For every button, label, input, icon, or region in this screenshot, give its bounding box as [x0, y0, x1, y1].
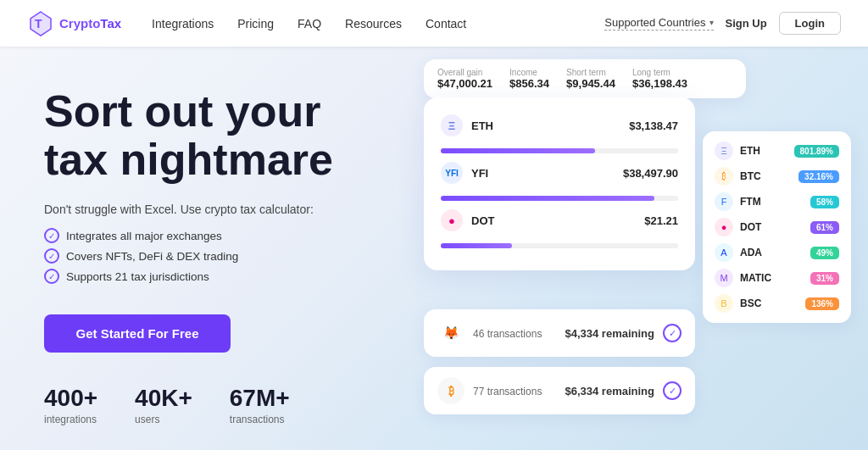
mini-matic-icon: M [715, 269, 733, 287]
login-button[interactable]: Login [779, 12, 841, 35]
mini-dot-icon: ● [715, 218, 733, 236]
tx-avatar-2: ₿ [437, 377, 465, 404]
transaction-card-1: 🦊 46 transactions $4,334 remaining ✓ [424, 309, 695, 357]
svg-text:T: T [35, 17, 42, 31]
nav-resources[interactable]: Resources [345, 17, 402, 31]
mini-ada-badge: 49% [810, 247, 839, 259]
feature-list: ✓ Integrates all major exchanges ✓ Cover… [44, 228, 407, 289]
coin-row-yfi: YFI YFI $38,497.90 [441, 162, 678, 184]
mini-ftm-badge: 58% [810, 196, 839, 208]
stat-long-term: Long term $36,198.43 [632, 68, 687, 90]
mini-btc-badge: 32.16% [798, 170, 839, 183]
check-icon: ✓ [44, 228, 59, 243]
stat-integrations: 400+ integrations [44, 385, 97, 425]
tx-check-icon-1: ✓ [663, 324, 682, 342]
dashboard-mockup: Overall gain $47,000.21 Income $856.34 S… [407, 47, 868, 450]
stat-income: Income $856.34 [509, 68, 549, 90]
nav-links: Integrations Pricing FAQ Resources Conta… [152, 17, 604, 31]
stat-overall-gain: Overall gain $47,000.21 [437, 68, 492, 90]
mini-row-ada: A ADA 49% [715, 243, 839, 262]
list-item: ✓ Integrates all major exchanges [44, 228, 407, 243]
mini-row-matic: M MATIC 31% [715, 269, 839, 287]
mini-ftm-icon: F [715, 192, 733, 211]
mini-eth-icon: Ξ [715, 142, 733, 160]
hero-title: Sort out your tax nightmare [44, 87, 407, 184]
logo-text: CryptoTax [59, 16, 121, 31]
check-icon: ✓ [44, 269, 59, 284]
nav-faq[interactable]: FAQ [298, 17, 321, 31]
coin-row-eth: Ξ ETH $3,138.47 [441, 114, 678, 136]
supported-countries-dropdown[interactable]: Supported Countries ▾ [604, 16, 713, 31]
coin-row-dot: ● DOT $21.21 [441, 209, 678, 231]
tx-check-icon-2: ✓ [663, 381, 682, 400]
eth-icon: Ξ [441, 114, 463, 136]
mini-row-ftm: F FTM 58% [715, 192, 839, 211]
hero-subtitle: Don't struggle with Excel. Use crypto ta… [44, 203, 407, 216]
tx-info-2: 77 transactions [473, 383, 557, 398]
stat-short-term: Short term $9,945.44 [566, 68, 615, 90]
tx-info-1: 46 transactions [473, 325, 557, 341]
hero-left: Sort out your tax nightmare Don't strugg… [0, 47, 407, 450]
nav-integrations[interactable]: Integrations [152, 17, 214, 31]
dot-progress-bar [441, 243, 678, 248]
stats-row: 400+ integrations 40K+ users 67M+ transa… [44, 385, 407, 425]
dot-icon: ● [441, 209, 463, 231]
nav-right: Supported Countries ▾ Sign Up Login [604, 12, 841, 35]
navbar: T CryptoTax Integrations Pricing FAQ Res… [0, 0, 868, 47]
nav-contact[interactable]: Contact [426, 17, 466, 31]
mini-btc-icon: ₿ [715, 167, 733, 186]
stat-users: 40K+ users [135, 385, 192, 425]
main-coin-card: Ξ ETH $3,138.47 YFI YFI $38,497.90 ● DOT… [424, 97, 695, 270]
transaction-card-2: ₿ 77 transactions $6,334 remaining ✓ [424, 367, 695, 414]
list-item: ✓ Covers NFTs, DeFi & DEX trading [44, 248, 407, 264]
mini-bsc-icon: B [715, 294, 733, 313]
logo[interactable]: T CryptoTax [27, 10, 121, 37]
signup-button[interactable]: Sign Up [726, 17, 767, 30]
mini-row-dot: ● DOT 61% [715, 218, 839, 236]
mini-row-bsc: B BSC 136% [715, 294, 839, 313]
tx-avatar-1: 🦊 [437, 319, 465, 347]
mini-row-btc: ₿ BTC 32.16% [715, 167, 839, 186]
list-item: ✓ Supports 21 tax jurisdictions [44, 269, 407, 284]
mini-matic-badge: 31% [810, 272, 839, 285]
hero-section: Sort out your tax nightmare Don't strugg… [0, 47, 868, 450]
stat-transactions: 67M+ transactions [230, 385, 290, 425]
nav-pricing[interactable]: Pricing [237, 17, 274, 31]
yfi-progress-bar [441, 196, 678, 201]
cta-button[interactable]: Get Started For Free [44, 314, 231, 353]
mini-ada-icon: A [715, 243, 733, 262]
mini-portfolio-card: Ξ ETH 801.89% ₿ BTC 32.16% F FTM 58% ● D… [703, 131, 851, 323]
eth-progress-bar [441, 148, 678, 153]
mini-eth-badge: 801.89% [794, 145, 839, 158]
mini-bsc-badge: 136% [805, 297, 839, 310]
chevron-down-icon: ▾ [709, 18, 714, 27]
mini-row-eth: Ξ ETH 801.89% [715, 142, 839, 160]
check-icon: ✓ [44, 248, 59, 264]
stats-bar: Overall gain $47,000.21 Income $856.34 S… [424, 59, 746, 98]
logo-icon: T [27, 10, 54, 37]
mini-dot-badge: 61% [810, 221, 839, 234]
yfi-icon: YFI [441, 162, 463, 184]
